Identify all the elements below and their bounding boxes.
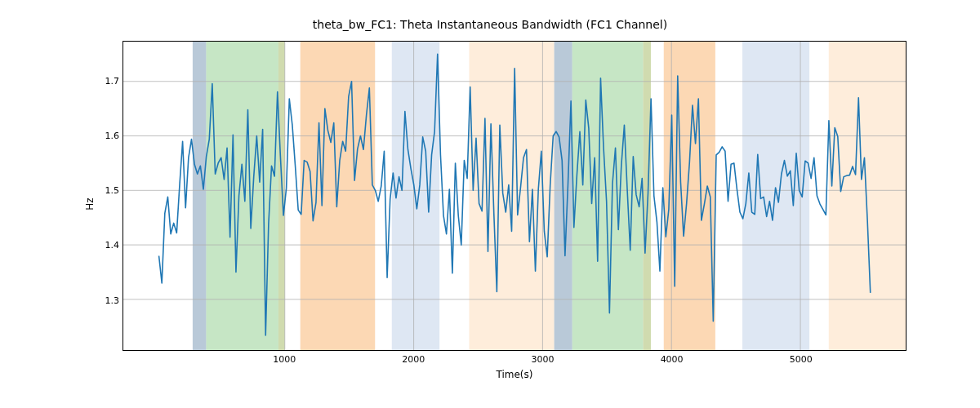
figure: theta_bw_FC1: Theta Instantaneous Bandwi… [0, 0, 980, 408]
y-tick-label: 1.5 [96, 185, 119, 196]
plot-area [122, 41, 906, 351]
x-tick-label: 5000 [790, 354, 813, 365]
x-tick-label: 4000 [661, 354, 684, 365]
chart-title: theta_bw_FC1: Theta Instantaneous Bandwi… [0, 18, 980, 31]
y-tick-label: 1.7 [96, 76, 119, 86]
y-tick-label: 1.6 [96, 131, 119, 141]
span-lightblue [742, 42, 809, 350]
y-tick-label: 1.4 [96, 240, 119, 251]
y-tick-label: 1.3 [96, 295, 119, 305]
x-tick-label: 2000 [402, 354, 425, 365]
x-axis-label: Time(s) [122, 369, 906, 380]
x-tick-label: 1000 [273, 354, 296, 365]
plot-svg [123, 42, 906, 350]
y-axis-label: Hz [82, 0, 98, 408]
span-olive [644, 42, 651, 350]
span-green [206, 42, 278, 350]
span-olive [278, 42, 285, 350]
span-wheat [829, 42, 906, 350]
x-tick-label: 3000 [531, 354, 554, 365]
span-slate [193, 42, 207, 350]
